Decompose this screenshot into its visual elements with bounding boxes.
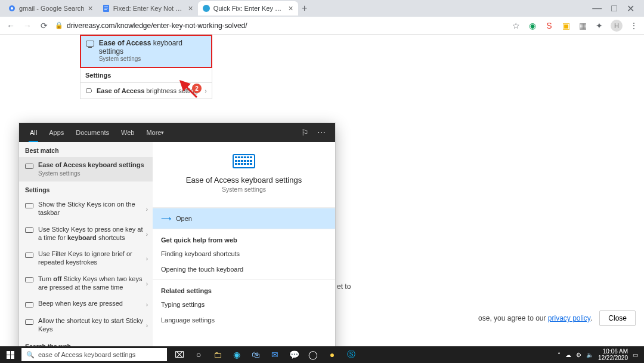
address-bar[interactable]: 🔒 drivereasy.com/knowledge/enter-key-not… (55, 21, 506, 30)
svg-point-1 (11, 7, 13, 10)
help-link[interactable]: Opening the touch keyboard (153, 262, 335, 277)
keyboard-icon (25, 318, 33, 326)
privacy-link[interactable]: privacy policy (548, 314, 590, 322)
url-text: drivereasy.com/knowledge/enter-key-not-w… (67, 21, 247, 30)
highlighted-result: Ease of Access keyboard settings System … (80, 35, 212, 68)
result-text: Allow the shortcut key to start Sticky K… (38, 317, 147, 334)
search-tab-more[interactable]: More ▾ (140, 123, 170, 142)
chevron-right-icon: › (146, 206, 148, 213)
extensions-area: ☆ ◉ S ▣ ▦ ✦ H ⋮ (510, 20, 639, 32)
result-text: Use Sticky Keys to press one key at a ti… (38, 226, 147, 242)
result-text: Beep when keys are pressed (38, 300, 147, 308)
browser-tab[interactable]: Fixed: Enter Key Not Working O × (98, 1, 198, 16)
search-tab-web[interactable]: Web (115, 123, 140, 142)
keyboard-icon (25, 226, 33, 235)
profile-avatar[interactable]: H (611, 20, 623, 32)
extension-icon[interactable]: ▦ (577, 20, 588, 31)
close-icon[interactable]: × (288, 4, 293, 13)
lock-icon: 🔒 (55, 21, 63, 29)
chrome-icon[interactable]: ◯ (304, 346, 322, 363)
extension-icon[interactable]: ▣ (561, 20, 571, 31)
close-icon[interactable]: × (88, 4, 92, 13)
star-icon[interactable]: ☆ (510, 20, 521, 31)
keyboard-icon (233, 154, 255, 168)
tray-wifi-icon[interactable]: ⚙ (576, 352, 581, 358)
more-options-icon[interactable]: ⋯ (317, 128, 326, 137)
file-explorer-icon[interactable]: 🗀 (209, 346, 227, 363)
open-action[interactable]: ⟶ Open (153, 208, 335, 229)
search-result-item[interactable]: Turn off Sticky Keys when two keys are p… (19, 271, 153, 296)
keyboard-icon (25, 162, 33, 170)
search-results-list[interactable]: Best match Ease of Access keyboard setti… (19, 142, 153, 363)
mail-icon[interactable]: ✉ (266, 346, 284, 363)
group-label-bestmatch: Best match (19, 142, 153, 157)
tray-chevron-icon[interactable]: ˄ (558, 352, 561, 358)
search-tab-all[interactable]: All (24, 123, 43, 142)
store-icon[interactable]: 🛍 (247, 346, 265, 363)
chrome-menu-icon[interactable]: ⋮ (628, 20, 639, 31)
browser-toolbar: ← → ⟳ 🔒 drivereasy.com/knowledge/enter-k… (0, 17, 644, 35)
help-link[interactable]: Finding keyboard shortcuts (153, 246, 335, 262)
search-preview-panel: Ease of Access keyboard settings System … (153, 142, 335, 363)
cookie-close-button[interactable]: Close (599, 310, 636, 326)
reload-button[interactable]: ⟳ (38, 20, 50, 32)
search-result-item[interactable]: Use Sticky Keys to press one key at a ti… (19, 222, 153, 247)
extensions-menu-icon[interactable]: ✦ (594, 20, 605, 31)
search-tab-documents[interactable]: Documents (70, 123, 115, 142)
svg-rect-4 (104, 8, 108, 8)
extension-icon[interactable]: S (544, 20, 555, 31)
taskbar-search-input[interactable]: 🔍 ease of Access keyboard settings (21, 348, 167, 361)
related-link[interactable]: Language settings (153, 312, 335, 328)
svg-rect-5 (104, 9, 107, 10)
search-icon: 🔍 (26, 351, 35, 359)
feedback-icon[interactable]: ⚐ (301, 128, 309, 137)
section-label: Settings (80, 68, 212, 83)
search-result-item[interactable]: Show the Sticky Keys icon on the taskbar… (19, 196, 153, 222)
windows-search-panel: All Apps Documents Web More ▾ ⚐ ⋯ Best m… (19, 123, 335, 363)
search-value: ease of Access keyboard settings (38, 351, 135, 358)
step-badge: 2 (192, 84, 202, 93)
tray-volume-icon[interactable]: 🔈 (586, 352, 593, 358)
extension-icon[interactable]: ◉ (527, 20, 538, 31)
task-view-icon[interactable]: ⌧ (171, 346, 188, 363)
windows-icon (7, 351, 14, 359)
edge-icon[interactable]: ◉ (228, 346, 246, 363)
docs-icon (103, 5, 110, 12)
taskbar-apps: ⌧ ○ 🗀 ◉ 🛍 ✉ 💬 ◯ ● Ⓢ (171, 346, 360, 363)
search-result-item[interactable]: Beep when keys are pressed› (19, 296, 153, 313)
tray-clock[interactable]: 10:06 AM 12/22/2020 (598, 348, 628, 362)
taskbar: 🔍 ease of Access keyboard settings ⌧ ○ 🗀… (0, 346, 644, 363)
page-body-text: et to (337, 282, 351, 291)
forward-button[interactable]: → (21, 20, 33, 32)
back-button[interactable]: ← (5, 20, 17, 32)
search-result-item[interactable]: Allow the shortcut key to start Sticky K… (19, 313, 153, 338)
close-window-icon[interactable]: ✕ (627, 3, 634, 14)
monitor-icon: 🖵 (85, 87, 92, 94)
chevron-right-icon: › (146, 280, 148, 287)
keyboard-icon (25, 251, 33, 259)
result-subtitle: System settings (99, 56, 206, 62)
google-icon (8, 5, 16, 12)
search-result-bestmatch[interactable]: Ease of Access keyboard settings System … (19, 157, 153, 182)
chat-icon[interactable]: 💬 (285, 346, 303, 363)
keyboard-icon (86, 41, 94, 47)
skype-icon[interactable]: Ⓢ (342, 346, 360, 363)
new-tab-button[interactable]: + (298, 2, 311, 15)
group-label-settings: Settings (19, 182, 153, 196)
maximize-icon[interactable]: □ (611, 3, 617, 14)
minimize-icon[interactable]: — (592, 3, 602, 14)
result-text: Use Filter Keys to ignore brief or repea… (38, 250, 147, 267)
tab-title: gmail - Google Search (19, 5, 84, 12)
browser-tab[interactable]: Quick Fix: Enter Key Not Workin × (198, 1, 298, 16)
start-button[interactable] (0, 346, 20, 363)
close-icon[interactable]: × (188, 4, 193, 13)
related-link[interactable]: Typing settings (153, 297, 335, 312)
notifications-icon[interactable]: ▭ (633, 352, 638, 358)
tray-cloud-icon[interactable]: ☁ (565, 352, 571, 358)
cortana-icon[interactable]: ○ (190, 346, 208, 363)
search-result-item[interactable]: Use Filter Keys to ignore brief or repea… (19, 246, 153, 271)
svg-point-6 (203, 5, 210, 12)
app-icon[interactable]: ● (323, 346, 341, 363)
browser-tab[interactable]: gmail - Google Search × (4, 1, 98, 16)
search-tab-apps[interactable]: Apps (43, 123, 70, 142)
